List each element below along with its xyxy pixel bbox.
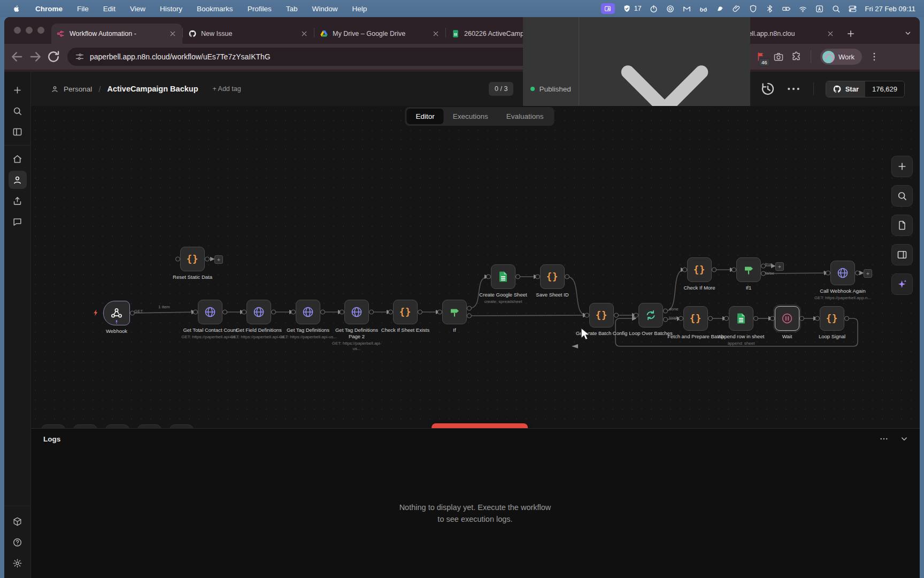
menu-item-profiles[interactable]: Profiles: [248, 5, 272, 13]
search-icon[interactable]: [831, 4, 841, 13]
canvas-search-button[interactable]: [891, 185, 913, 207]
workflow-node-appendRow[interactable]: [729, 306, 753, 331]
site-settings-icon[interactable]: [75, 52, 84, 62]
node-input-port[interactable]: [242, 310, 247, 315]
breadcrumb-project[interactable]: Personal: [64, 85, 92, 93]
node-output-port[interactable]: [855, 271, 860, 276]
node-output-port[interactable]: [130, 311, 135, 316]
ai-assistant-button[interactable]: [891, 273, 913, 295]
menu-item-tab[interactable]: Tab: [286, 5, 298, 13]
battery-icon[interactable]: [782, 4, 791, 13]
node-output-port[interactable]: [761, 271, 766, 276]
maximize-window-button[interactable]: [37, 27, 44, 34]
workflow-node-webhook[interactable]: [103, 301, 130, 325]
add-node-button[interactable]: [891, 156, 913, 177]
sidebar-item-plus[interactable]: [9, 81, 27, 99]
close-tab-icon[interactable]: [300, 29, 309, 38]
browser-tab-2[interactable]: New Issue: [183, 24, 314, 44]
browser-tab-3[interactable]: My Drive – Google Drive: [314, 24, 445, 44]
zoom-to-fit-button[interactable]: [41, 424, 65, 428]
shield-icon[interactable]: [622, 4, 632, 13]
tab-search-chevron-icon[interactable]: [904, 29, 912, 37]
node-input-port[interactable]: [770, 316, 775, 321]
node-input-port[interactable]: [437, 310, 442, 315]
node-output-port[interactable]: [565, 275, 569, 279]
workflow-node-callWebhook[interactable]: [830, 261, 855, 285]
node-output-port[interactable]: [205, 257, 210, 262]
github-star-button[interactable]: Star 176,629: [826, 81, 905, 97]
workflow-node-checkSheet[interactable]: {}: [393, 300, 418, 324]
connection-endpoint-plus[interactable]: +: [864, 269, 872, 278]
node-input-port[interactable]: [175, 257, 180, 262]
toggle-panel-button[interactable]: [891, 244, 913, 265]
workflow-node-loopBatches[interactable]: [638, 303, 663, 328]
workflow-node-wait[interactable]: [775, 306, 799, 331]
node-output-port[interactable]: [515, 275, 520, 279]
sidebar-item-help[interactable]: [9, 533, 27, 551]
workflow-node-checkMore[interactable]: {}: [687, 257, 712, 282]
tidy-up-button[interactable]: [170, 424, 194, 428]
node-input-port[interactable]: [679, 316, 683, 321]
node-output-port[interactable]: [222, 310, 227, 315]
setup-progress-badge[interactable]: 0 / 3: [489, 82, 513, 96]
workflow-node-fieldDefs[interactable]: [247, 300, 271, 324]
tab-editor[interactable]: Editor: [406, 109, 443, 124]
execute-workflow-button[interactable]: Execute workflow: [432, 423, 528, 428]
node-input-port[interactable]: [291, 310, 296, 315]
connection-endpoint-plus[interactable]: +: [214, 255, 223, 264]
node-output-port[interactable]: [708, 316, 713, 321]
node-input-port[interactable]: [732, 268, 736, 272]
node-output-port[interactable]: [761, 264, 766, 269]
workflow-node-genBatch[interactable]: {}: [589, 303, 614, 328]
browser-tab-1[interactable]: Workflow Automation -: [51, 24, 182, 44]
apple-logo-icon[interactable]: [12, 4, 21, 13]
node-output-port[interactable]: [614, 313, 619, 318]
workflow-node-fetchBatch[interactable]: {}: [683, 306, 708, 331]
node-input-port[interactable]: [535, 275, 540, 279]
close-window-button[interactable]: [14, 27, 21, 34]
add-tag-button[interactable]: + Add tag: [213, 85, 241, 93]
glasses-icon[interactable]: [699, 4, 708, 13]
node-output-port[interactable]: [467, 314, 472, 318]
workflow-file-button[interactable]: [891, 215, 913, 236]
workflow-menu-icon[interactable]: [786, 81, 802, 97]
node-output-port[interactable]: [369, 310, 374, 315]
sidebar-item-home[interactable]: [9, 150, 27, 168]
workflow-node-reset[interactable]: {}: [180, 247, 205, 271]
input-a-icon[interactable]: [815, 4, 824, 13]
menu-item-file[interactable]: File: [77, 5, 89, 13]
node-output-port[interactable]: [799, 316, 804, 321]
node-output-port[interactable]: [418, 310, 422, 315]
sidebar-item-package[interactable]: [9, 512, 27, 530]
node-input-port[interactable]: [486, 275, 491, 279]
zoom-out-button[interactable]: [105, 424, 129, 428]
node-output-port[interactable]: [467, 306, 472, 311]
menu-item-chrome[interactable]: Chrome: [35, 5, 63, 13]
menu-item-view[interactable]: View: [130, 5, 145, 13]
version-history-icon[interactable]: [760, 81, 776, 97]
workflow-node-loopSignal[interactable]: {}: [820, 306, 844, 331]
bluetooth-icon[interactable]: [765, 4, 774, 13]
node-output-port[interactable]: [663, 317, 668, 322]
close-tab-icon[interactable]: [168, 29, 177, 38]
node-output-port[interactable]: [320, 310, 325, 315]
menu-bar-clock[interactable]: Fri 27 Feb 09:11: [865, 5, 915, 13]
logs-menu-icon[interactable]: [879, 434, 889, 444]
shield-outline-icon[interactable]: [749, 4, 758, 13]
workflow-node-tagDefs2[interactable]: [344, 300, 369, 324]
node-input-port[interactable]: [634, 313, 638, 318]
back-button[interactable]: [10, 49, 25, 64]
node-output-port[interactable]: [844, 316, 849, 321]
sidebar-item-panels[interactable]: [9, 123, 27, 141]
node-input-port[interactable]: [815, 316, 820, 321]
node-output-port[interactable]: [663, 309, 668, 314]
tab-evaluations[interactable]: Evaluations: [497, 109, 553, 124]
workflow-node-saveSheet[interactable]: {}: [540, 264, 565, 289]
gmail-icon[interactable]: [682, 4, 691, 13]
node-input-port[interactable]: [388, 310, 393, 315]
node-input-port[interactable]: [826, 271, 830, 276]
sidebar-item-chat[interactable]: [9, 212, 27, 231]
workflow-node-totalCount[interactable]: [198, 300, 222, 324]
node-output-port[interactable]: [271, 310, 276, 315]
node-input-port[interactable]: [340, 310, 344, 315]
